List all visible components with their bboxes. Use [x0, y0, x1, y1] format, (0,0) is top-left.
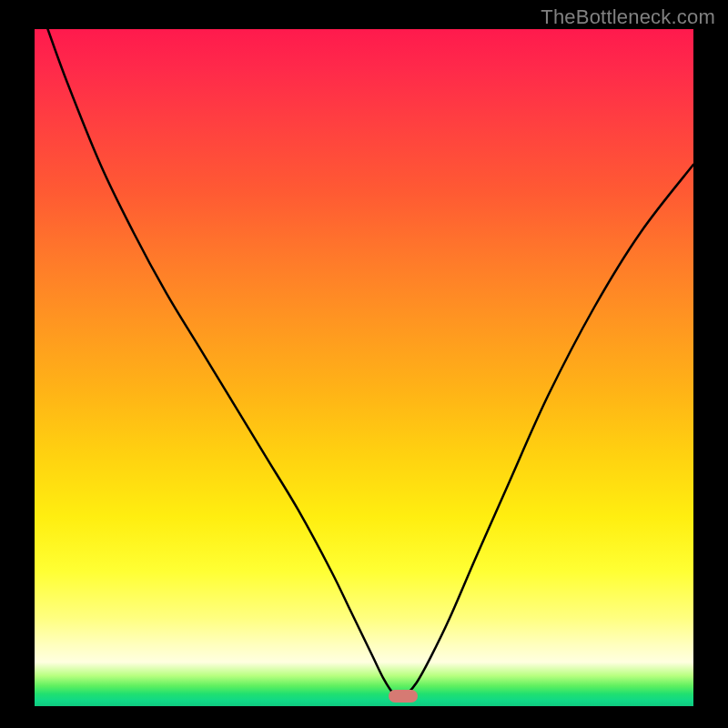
chart-frame: TheBottleneck.com: [0, 0, 728, 728]
curve-path: [48, 29, 694, 697]
bottleneck-curve: [35, 29, 693, 706]
watermark-text: TheBottleneck.com: [541, 5, 715, 29]
plot-area: [35, 29, 693, 706]
optimum-marker: [389, 690, 418, 703]
